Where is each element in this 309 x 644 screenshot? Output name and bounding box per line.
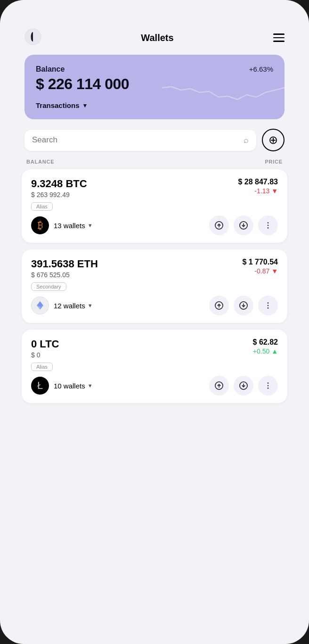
coin-alias-btc: Alias (31, 202, 53, 211)
wallets-caret-ltc: ▼ (88, 383, 93, 388)
svg-point-6 (268, 225, 269, 226)
table-headers: BALANCE PRICE (13, 159, 296, 169)
balance-chart (162, 74, 285, 111)
send-icon (215, 301, 223, 310)
search-input[interactable] (32, 135, 240, 145)
coin-price-col-btc: $ 28 847.83 -1.13 ▼ (238, 178, 278, 195)
svg-point-5 (268, 222, 269, 223)
more-icon (264, 221, 272, 230)
coin-logo-ltc: Ł (31, 377, 49, 395)
coin-usd-eth: $ 676 525.05 (31, 271, 98, 279)
coin-price-col-ltc: $ 62.82 +0.50 ▲ (253, 338, 278, 355)
send-button-ltc[interactable] (209, 376, 229, 396)
coin-logo-wallets-btc: ₿ 13 wallets ▼ (31, 216, 93, 234)
coin-alias-eth: Secondary (31, 282, 66, 291)
more-icon (264, 381, 272, 390)
action-buttons-eth (209, 296, 278, 315)
svg-point-24 (268, 388, 269, 389)
balance-change: +6.63% (249, 65, 273, 73)
coin-change-ltc: +0.50 ▲ (253, 347, 278, 355)
search-row: ⌕ ⊕ (13, 129, 296, 159)
add-wallet-button[interactable]: ⊕ (262, 129, 285, 151)
receive-icon (239, 301, 248, 310)
balance-column-header: BALANCE (26, 159, 54, 165)
coin-left-ltc: 0 LTC $ 0 (31, 338, 59, 359)
receive-button-ltc[interactable] (234, 376, 253, 396)
wallets-count-eth[interactable]: 12 wallets ▼ (54, 302, 93, 310)
coin-change-eth: -0.87 ▼ (242, 267, 278, 275)
svg-point-17 (268, 307, 269, 309)
coin-price-ltc: $ 62.82 (253, 338, 278, 347)
app-container: Wallets Balance +6.63% $ 226 114 000 Tra… (13, 19, 296, 410)
coin-card-btc: 9.3248 BTC $ 263 992.49 $ 28 847.83 -1.1… (22, 169, 287, 243)
svg-point-23 (268, 385, 269, 387)
price-column-header: PRICE (265, 159, 283, 165)
more-button-eth[interactable] (258, 296, 278, 315)
coin-list: 9.3248 BTC $ 263 992.49 $ 28 847.83 -1.1… (13, 169, 296, 403)
receive-button-eth[interactable] (234, 296, 253, 315)
more-button-ltc[interactable] (258, 376, 278, 396)
hamburger-line-2 (273, 37, 285, 39)
wallets-count-btc[interactable]: 13 wallets ▼ (54, 222, 93, 230)
coin-top-eth: 391.5638 ETH $ 676 525.05 $ 1 770.54 -0.… (31, 258, 278, 279)
search-icon: ⌕ (244, 135, 249, 145)
transactions-label: Transactions (36, 101, 80, 109)
coin-left-btc: 9.3248 BTC $ 263 992.49 (31, 178, 87, 198)
coin-usd-btc: $ 263 992.49 (31, 191, 87, 198)
send-icon (215, 381, 223, 390)
wallets-caret-btc: ▼ (88, 223, 93, 228)
header: Wallets (13, 19, 296, 55)
coin-logo-eth (31, 297, 49, 314)
wallets-caret-eth: ▼ (88, 303, 93, 308)
svg-point-16 (268, 305, 269, 306)
coin-bottom-btc: ₿ 13 wallets ▼ (31, 215, 278, 235)
coin-logo-wallets-ltc: Ł 10 wallets ▼ (31, 377, 93, 395)
wallets-count-ltc[interactable]: 10 wallets ▼ (54, 382, 93, 390)
coin-top-ltc: 0 LTC $ 0 $ 62.82 +0.50 ▲ (31, 338, 278, 359)
menu-button[interactable] (273, 33, 285, 42)
coin-left-eth: 391.5638 ETH $ 676 525.05 (31, 258, 98, 279)
coin-usd-ltc: $ 0 (31, 351, 59, 359)
transactions-chevron-icon: ▼ (82, 102, 88, 109)
send-button-btc[interactable] (209, 215, 229, 235)
svg-point-15 (268, 302, 269, 304)
plus-icon: ⊕ (268, 133, 278, 147)
coin-top-btc: 9.3248 BTC $ 263 992.49 $ 28 847.83 -1.1… (31, 178, 278, 198)
coin-price-col-eth: $ 1 770.54 -0.87 ▼ (242, 258, 278, 275)
coin-name-eth: 391.5638 ETH (31, 258, 98, 270)
coin-name-btc: 9.3248 BTC (31, 178, 87, 190)
receive-button-btc[interactable] (234, 215, 253, 235)
transactions-button[interactable]: Transactions ▼ (36, 101, 88, 109)
more-icon (264, 301, 272, 310)
coin-logo-btc: ₿ (31, 216, 49, 234)
coin-alias-ltc: Alias (31, 363, 53, 371)
svg-point-7 (268, 227, 269, 229)
balance-label: Balance (36, 65, 273, 74)
more-button-btc[interactable] (258, 215, 278, 235)
coin-logo-wallets-eth: 12 wallets ▼ (31, 297, 93, 314)
hamburger-line-1 (273, 33, 285, 35)
coin-price-eth: $ 1 770.54 (242, 258, 278, 266)
coin-change-btc: -1.13 ▼ (238, 187, 278, 195)
coin-price-btc: $ 28 847.83 (238, 178, 278, 186)
receive-icon (239, 381, 248, 390)
svg-point-22 (268, 382, 269, 384)
search-wrapper: ⌕ (24, 130, 256, 151)
phone-frame: Wallets Balance +6.63% $ 226 114 000 Tra… (0, 0, 309, 644)
send-button-eth[interactable] (209, 296, 229, 315)
hamburger-line-3 (273, 41, 285, 42)
coin-name-ltc: 0 LTC (31, 338, 59, 350)
coin-card-ltc: 0 LTC $ 0 $ 62.82 +0.50 ▲ Alias Ł 10 wal… (22, 330, 287, 403)
coin-bottom-eth: 12 wallets ▼ (31, 296, 278, 315)
action-buttons-btc (209, 215, 278, 235)
page-title: Wallets (141, 33, 173, 43)
receive-icon (239, 221, 248, 230)
balance-card: Balance +6.63% $ 226 114 000 Transaction… (24, 55, 285, 119)
coin-card-eth: 391.5638 ETH $ 676 525.05 $ 1 770.54 -0.… (22, 249, 287, 323)
coin-bottom-ltc: Ł 10 wallets ▼ (31, 376, 278, 396)
app-logo-icon (24, 28, 41, 47)
action-buttons-ltc (209, 376, 278, 396)
send-icon (215, 221, 223, 230)
